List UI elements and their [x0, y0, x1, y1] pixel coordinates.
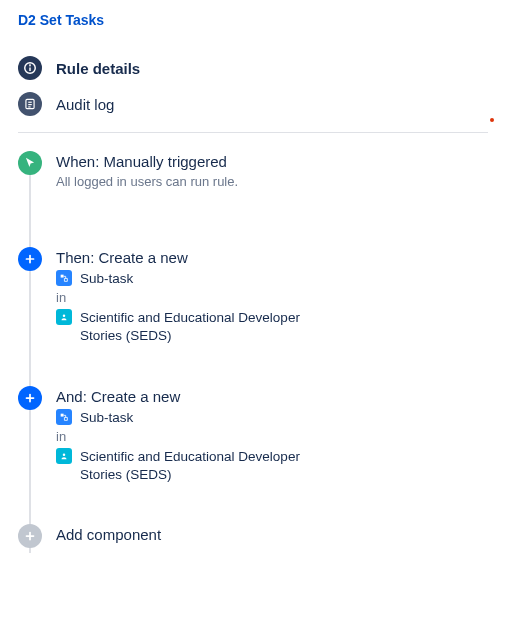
step-and-title: And: Create a new	[56, 388, 330, 405]
rule-name[interactable]: D2 Set Tasks	[18, 8, 488, 50]
issue-type-label: Sub-task	[80, 409, 133, 427]
plus-icon	[18, 524, 42, 548]
project-icon	[56, 448, 72, 464]
step-trigger[interactable]: When: Manually triggered All logged in u…	[18, 151, 488, 189]
notification-dot-icon	[490, 118, 494, 122]
project-label: Scientific and Educational Developer Sto…	[80, 309, 330, 345]
project-label: Scientific and Educational Developer Sto…	[80, 448, 330, 484]
plus-icon	[18, 247, 42, 271]
step-then-title: Then: Create a new	[56, 249, 330, 266]
add-component-label: Add component	[56, 526, 161, 543]
info-icon	[18, 56, 42, 80]
rule-timeline: When: Manually triggered All logged in u…	[18, 151, 488, 548]
rule-nav: Rule details Audit log	[18, 50, 488, 122]
issue-type-label: Sub-task	[80, 270, 133, 288]
project-icon	[56, 309, 72, 325]
audit-log-icon	[18, 92, 42, 116]
nav-rule-details-label: Rule details	[56, 60, 140, 77]
step-trigger-subtitle: All logged in users can run rule.	[56, 174, 238, 189]
svg-point-2	[30, 65, 31, 66]
divider	[18, 132, 488, 133]
subtask-icon	[56, 270, 72, 286]
in-label: in	[56, 429, 330, 444]
svg-rect-13	[61, 413, 64, 416]
svg-point-14	[63, 453, 66, 456]
nav-audit-log-label: Audit log	[56, 96, 114, 113]
in-label: in	[56, 290, 330, 305]
step-trigger-title: When: Manually triggered	[56, 153, 238, 170]
timeline-connector	[29, 163, 31, 553]
add-component-button[interactable]: Add component	[18, 524, 488, 548]
plus-icon	[18, 386, 42, 410]
svg-rect-9	[61, 275, 64, 278]
nav-rule-details[interactable]: Rule details	[18, 50, 488, 86]
svg-point-10	[63, 315, 66, 318]
cursor-icon	[18, 151, 42, 175]
step-and-create[interactable]: And: Create a new Sub-task in Scientific…	[18, 386, 488, 485]
subtask-icon	[56, 409, 72, 425]
step-then-create[interactable]: Then: Create a new Sub-task in Scientifi…	[18, 247, 488, 346]
nav-audit-log[interactable]: Audit log	[18, 86, 488, 122]
